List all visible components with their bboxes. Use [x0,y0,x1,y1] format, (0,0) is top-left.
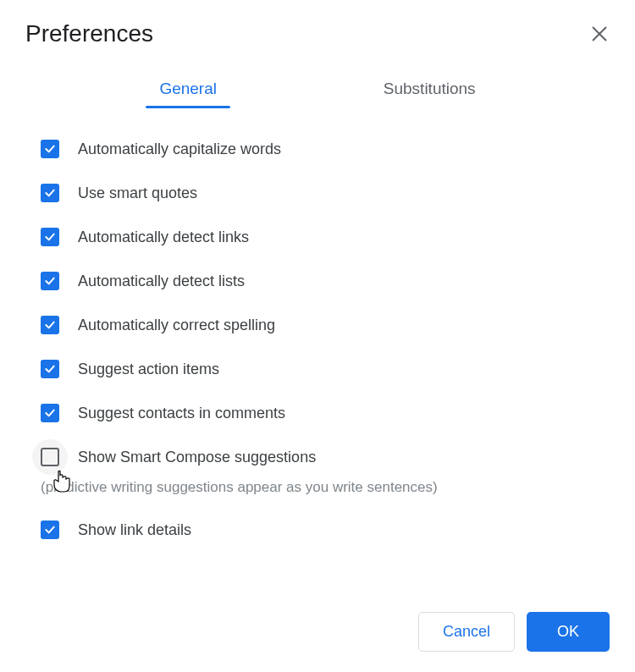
ok-button[interactable]: OK [527,612,610,652]
checkbox[interactable] [41,360,59,378]
option-row: Suggest contacts in comments [41,403,610,423]
option-row: Automatically capitalize words [41,139,610,159]
option-label: Automatically capitalize words [78,139,281,159]
checkbox[interactable] [41,404,59,422]
checkbox[interactable] [41,140,59,158]
close-icon [592,26,607,41]
option-row: Automatically detect links [41,227,610,247]
close-button[interactable] [589,24,610,44]
option-text: Automatically correct spelling [78,315,275,335]
option-description: (predictive writing suggestions appear a… [41,479,438,496]
checkbox[interactable] [41,228,59,246]
option-text: Suggest action items [78,359,219,379]
option-row: Automatically detect lists [41,271,610,291]
preferences-dialog: Preferences General Substitutions Automa… [0,0,635,584]
option-row: Show Smart Compose suggestions(predictiv… [41,447,610,496]
option-row: Show link details [41,520,610,540]
checkbox[interactable] [41,521,59,539]
option-label: Automatically detect links [78,227,249,247]
option-label: Automatically detect lists [78,271,245,291]
options-list: Automatically capitalize wordsUse smart … [25,139,610,540]
option-label: Show Smart Compose suggestions [78,447,438,467]
tab-substitutions[interactable]: Substitutions [370,73,489,105]
dialog-footer: Cancel OK [418,612,610,652]
option-label: Suggest action items [78,359,219,379]
checkbox[interactable] [41,316,59,334]
option-row: Use smart quotes [41,183,610,203]
dialog-title: Preferences [25,20,153,47]
cancel-button[interactable]: Cancel [418,612,515,652]
option-text: Show link details [78,520,191,540]
option-text: Show Smart Compose suggestions(predictiv… [78,447,438,496]
option-text: Automatically capitalize words [78,139,281,159]
option-row: Automatically correct spelling [41,315,610,335]
checkbox[interactable] [41,272,59,290]
option-text: Automatically detect lists [78,271,245,291]
checkbox-hover-halo [32,439,68,475]
option-label: Suggest contacts in comments [78,403,285,423]
option-label: Show link details [78,520,191,540]
tab-general[interactable]: General [146,73,230,105]
option-row: Suggest action items [41,359,610,379]
option-label: Automatically correct spelling [78,315,275,335]
checkbox[interactable] [41,184,59,202]
dialog-header: Preferences [25,20,610,47]
tabs-bar: General Substitutions [25,73,610,105]
option-text: Suggest contacts in comments [78,403,285,423]
option-text: Use smart quotes [78,183,197,203]
option-label: Use smart quotes [78,183,197,203]
option-text: Automatically detect links [78,227,249,247]
